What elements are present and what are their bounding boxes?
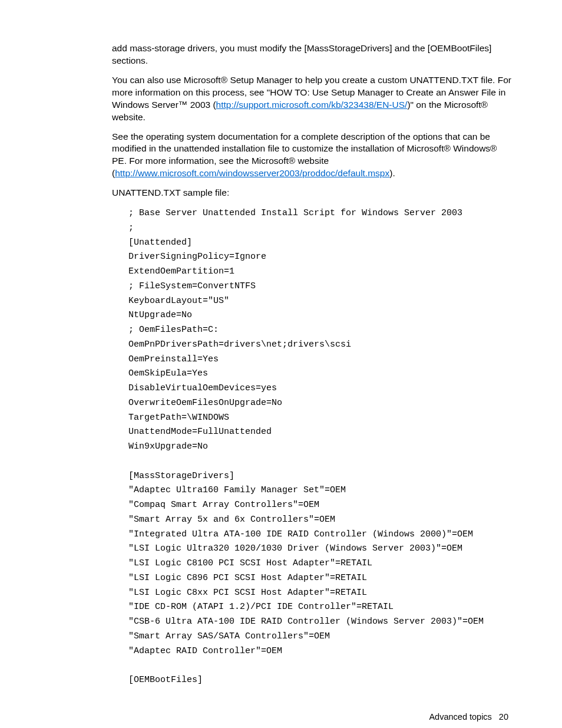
footer-page-number: 20: [499, 712, 508, 722]
link-kb-article[interactable]: http://support.microsoft.com/kb/323438/E…: [216, 100, 408, 110]
text-segment: ).: [389, 168, 395, 178]
paragraph-os-docs: See the operating system documentation f…: [112, 131, 512, 180]
page-footer: Advanced topics20: [112, 711, 512, 723]
paragraph-setup-manager: You can also use Microsoft® Setup Manage…: [112, 74, 512, 124]
unattend-code-sample: ; Base Server Unattended Install Script …: [128, 206, 512, 688]
document-page: add mass-storage drivers, you must modif…: [0, 0, 562, 728]
link-proddoc[interactable]: http://www.microsoft.com/windowsserver20…: [115, 168, 389, 178]
paragraph-intro: add mass-storage drivers, you must modif…: [112, 42, 512, 67]
footer-section-title: Advanced topics: [429, 712, 491, 722]
paragraph-sample-label: UNATTEND.TXT sample file:: [112, 187, 512, 199]
